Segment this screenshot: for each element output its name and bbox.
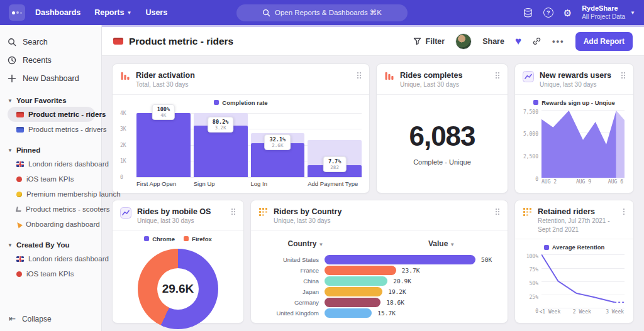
avatar[interactable]: [455, 33, 472, 50]
sidebar-search[interactable]: Search: [8, 33, 95, 51]
conversion-count: 3.2K: [213, 125, 229, 131]
scooter-icon: [16, 207, 22, 212]
sidebar-item[interactable]: London riders dashboard: [8, 251, 95, 266]
drag-handle-icon[interactable]: [231, 208, 236, 215]
conversion-count: 282: [328, 165, 341, 170]
nav-users[interactable]: Users: [145, 8, 167, 17]
data-management-icon[interactable]: [523, 8, 533, 18]
conversion-pct: 7.7%: [328, 158, 341, 165]
sort-value-header[interactable]: Value▼: [428, 239, 455, 248]
chart-legend: Rewards sign up - Unqiue: [523, 99, 626, 106]
app-logo[interactable]: [9, 4, 25, 21]
grid-icon: [258, 207, 268, 219]
sidebar-new-dashboard[interactable]: New Dashboard: [8, 69, 95, 87]
global-search-input[interactable]: Open Reports & Dashboards ⌘K: [236, 4, 408, 21]
legend-label: Chrome: [152, 236, 175, 242]
x-tick-label: <1 Week: [540, 309, 561, 315]
sidebar-item-label: Product metrics - drivers: [28, 126, 107, 133]
retention-line-chart: Average Retention100%75%50%25%0<1 Week2 …: [515, 239, 633, 323]
x-axis-labels: AUG 2AUG 9AUG 6: [541, 179, 626, 187]
legend-swatch: [544, 245, 549, 250]
more-options-icon[interactable]: •••: [552, 36, 565, 46]
legend-entry: Rewards sign up - Unqiue: [533, 99, 615, 106]
sidebar-collapse-button[interactable]: ⇤ Collapse: [9, 314, 52, 323]
gear-icon[interactable]: ⚙: [564, 8, 572, 18]
uk-flag-icon: [16, 256, 24, 262]
card-new-rewards-users: New rewards users Unique, last 30 days R…: [514, 63, 634, 193]
chevron-down-icon: ▼: [126, 10, 131, 16]
y-tick-label: 0: [120, 175, 123, 180]
sidebar-recents[interactable]: Recents: [8, 51, 95, 69]
workspace-name: RydeShare: [582, 4, 625, 13]
table-row: Germany18.6K: [258, 297, 500, 308]
sort-country-header[interactable]: Country▼: [258, 239, 353, 248]
sidebar-item[interactable]: iOS team KPIs: [8, 171, 95, 187]
card-title: Riders by Country: [274, 207, 341, 217]
chevron-down-icon: ▼: [450, 242, 455, 247]
y-tick-label: 1K: [120, 158, 126, 164]
sidebar-section-title[interactable]: ▼Pinned: [8, 146, 95, 154]
filter-button[interactable]: Filter: [413, 37, 445, 46]
sidebar-action-label: Search: [23, 38, 48, 46]
y-tick-label: 75%: [530, 267, 538, 273]
legend-entry: Completion rate: [214, 99, 267, 106]
legend-swatch: [144, 236, 149, 241]
funnel-value-bar: [136, 113, 191, 177]
add-report-button[interactable]: Add Report: [575, 32, 633, 51]
y-tick-label: 2,500: [523, 154, 538, 160]
funnel-step: 7.7%282: [308, 107, 362, 177]
funnel-step-label: First App Open: [136, 180, 191, 187]
nav-label: Users: [145, 8, 167, 17]
sidebar-item[interactable]: London riders dashboard: [8, 156, 95, 171]
sidebar-item[interactable]: Product metrics - drivers: [8, 122, 95, 137]
share-button[interactable]: Share: [482, 37, 504, 46]
drag-handle-icon[interactable]: [623, 208, 626, 215]
plus-icon: [8, 74, 16, 83]
card-title: Rider activation: [136, 70, 195, 80]
gridline: [541, 308, 625, 308]
donut-ring: 29.6K: [138, 249, 218, 329]
sidebar-section-title[interactable]: ▼Created By You: [8, 241, 95, 249]
x-tick-label: AUG 6: [608, 179, 623, 185]
y-tick-label: 50%: [530, 281, 538, 286]
funnel-step: 100%4K: [136, 107, 191, 177]
x-tick-label: 3 Week: [606, 309, 624, 315]
drag-handle-icon[interactable]: [495, 72, 500, 79]
conversion-pct: 32.1%: [270, 136, 286, 143]
sidebar-item[interactable]: Onboarding dashboard: [8, 217, 95, 232]
row-value: 18.6K: [386, 299, 404, 306]
help-icon[interactable]: ?: [543, 8, 553, 18]
sidebar-section-title[interactable]: ▼Your Favorites: [8, 97, 95, 104]
card-header: Riders by Country Unique, last 30 days: [251, 200, 508, 231]
nav-reports[interactable]: Reports▼: [94, 8, 131, 17]
chevron-down-icon: ▼: [8, 148, 13, 153]
funnel-value-bar: [194, 126, 248, 177]
chevron-down-icon: ▼: [8, 98, 13, 104]
nav-dashboards[interactable]: Dashboards: [35, 8, 80, 17]
chart-legend: ChromeFirefox: [144, 236, 212, 242]
drag-handle-icon[interactable]: [621, 72, 626, 79]
row-value: 15.7K: [377, 310, 396, 317]
sidebar-item[interactable]: Product metric - riders: [8, 107, 95, 122]
y-tick-label: 3K: [120, 126, 126, 132]
favorite-heart-icon[interactable]: ♥: [515, 36, 521, 46]
sidebar-item[interactable]: Product metrics - scooters: [8, 202, 95, 217]
workspace-switcher[interactable]: RydeShare All Project Data ▼: [582, 4, 635, 21]
copy-link-icon[interactable]: [532, 36, 541, 46]
search-icon: [262, 9, 270, 17]
sidebar-item[interactable]: Premium membership launch: [8, 187, 95, 202]
sidebar-item[interactable]: iOS team KPIs: [8, 266, 95, 281]
row-label: Japan: [258, 288, 325, 295]
bar-chart-icon: [384, 71, 394, 84]
plot-area: 100%75%50%25%0<1 Week2 Week3 Week: [523, 252, 626, 317]
y-tick-label: 100%: [526, 253, 538, 259]
clock-icon: [8, 56, 16, 65]
search-icon: [8, 38, 16, 46]
gridline: [136, 177, 362, 178]
drag-handle-icon[interactable]: [357, 72, 362, 79]
apple-icon: [16, 176, 22, 182]
drag-handle-icon[interactable]: [495, 208, 500, 215]
row-bar: [325, 255, 475, 264]
card-subtitle: Unique, last 30 days: [137, 217, 211, 225]
funnel-step-labels: First App OpenSign UpLog InAdd Payment T…: [136, 177, 362, 187]
